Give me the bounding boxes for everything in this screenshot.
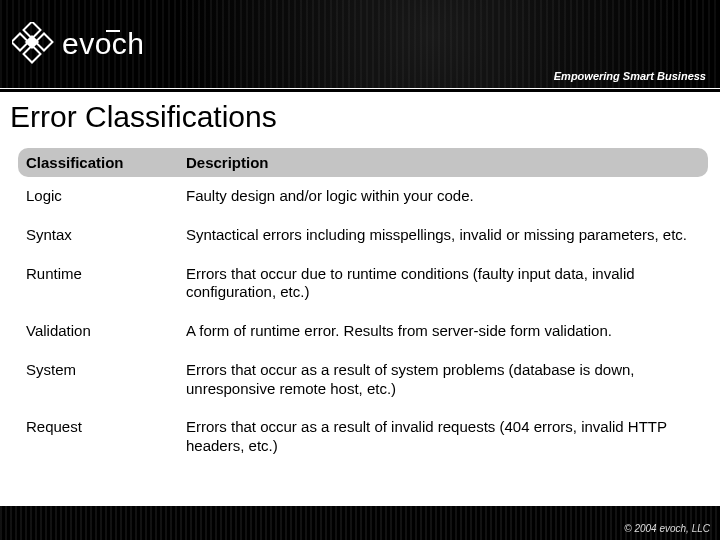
table-row: Validation A form of runtime error. Resu… [18,312,708,351]
cell-classification: Logic [18,177,178,216]
table-row: Logic Faulty design and/or logic within … [18,177,708,216]
macron-accent [106,30,120,32]
brand-logo: evoch [12,22,145,66]
table-header-row: Classification Description [18,148,708,177]
slide-header: evoch Empowering Smart Business [0,0,720,88]
cell-classification: System [18,351,178,409]
cell-classification: Syntax [18,216,178,255]
classification-table: Classification Description Logic Faulty … [18,148,708,466]
diamond-grid-icon [12,22,56,66]
table-row: System Errors that occur as a result of … [18,351,708,409]
brand-name: evoch [62,27,145,61]
cell-description: Errors that occur as a result of invalid… [178,408,708,466]
cell-classification: Validation [18,312,178,351]
cell-description: Syntactical errors including misspelling… [178,216,708,255]
col-header-description: Description [178,148,708,177]
table-row: Runtime Errors that occur due to runtime… [18,255,708,313]
table-row: Syntax Syntactical errors including miss… [18,216,708,255]
cell-description: Faulty design and/or logic within your c… [178,177,708,216]
table-row: Request Errors that occur as a result of… [18,408,708,466]
slide-content: Error Classifications Classification Des… [0,92,720,466]
cell-description: Errors that occur as a result of system … [178,351,708,409]
brand-name-text: evoch [62,27,145,60]
cell-description: A form of runtime error. Results from se… [178,312,708,351]
svg-rect-4 [25,35,39,49]
col-header-classification: Classification [18,148,178,177]
cell-classification: Request [18,408,178,466]
footer-copyright: © 2004 evoch, LLC [624,523,710,534]
page-title: Error Classifications [10,100,710,134]
cell-classification: Runtime [18,255,178,313]
cell-description: Errors that occur due to runtime conditi… [178,255,708,313]
slide-footer: © 2004 evoch, LLC [0,506,720,540]
brand-tagline: Empowering Smart Business [554,70,706,82]
